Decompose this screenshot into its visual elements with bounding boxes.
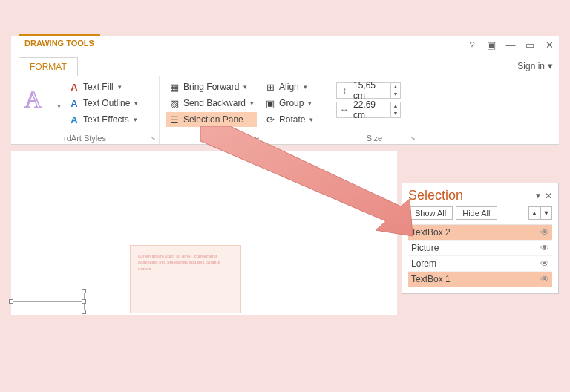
- selection-item-name: TextBox 2: [411, 227, 451, 238]
- ribbon-display-icon[interactable]: ▣: [486, 39, 497, 50]
- group-arrange: ▦ Bring Forward ▾ ▨ Send Backward ▾ ☰ Se…: [160, 76, 330, 144]
- dropdown-icon: ▾: [134, 116, 137, 123]
- width-value: 22,69 cm: [352, 99, 390, 120]
- text-outline-label: Text Outline: [83, 98, 130, 108]
- selection-item-name: Picture: [411, 243, 439, 253]
- text-outline-button[interactable]: A Text Outline ▾: [65, 96, 141, 111]
- dropdown-icon: ▾: [118, 83, 122, 91]
- dropdown-icon: ▾: [308, 99, 312, 107]
- selection-pane-button[interactable]: ☰ Selection Pane: [166, 112, 257, 127]
- pane-options-icon[interactable]: ▼: [534, 192, 542, 200]
- selection-item[interactable]: Lorem 👁: [408, 256, 552, 272]
- window-controls: ? ▣ — ▭ ✕: [467, 39, 554, 50]
- contextual-tools-label: DRAWING TOOLS: [19, 34, 100, 49]
- text-effects-icon: A: [68, 114, 80, 125]
- selection-item-name: TextBox 1: [411, 274, 451, 284]
- selection-pane: Selection ▼ ✕ Show All Hide All ▲ ▼ Text…: [402, 183, 559, 294]
- bring-forward-icon: ▦: [168, 81, 180, 93]
- send-backward-label: Send Backward: [183, 98, 246, 108]
- signin-label: Sign in: [517, 61, 545, 71]
- maximize-icon[interactable]: ▭: [525, 39, 535, 50]
- dialog-launcher-icon[interactable]: ↘: [410, 134, 416, 142]
- width-spinner[interactable]: ▲▼: [390, 102, 400, 117]
- text-outline-icon: A: [68, 97, 80, 109]
- height-input[interactable]: ↕ 15,65 cm ▲▼: [336, 82, 401, 99]
- selection-pane-label: Selection Pane: [183, 114, 243, 125]
- slide-thumbnail[interactable]: Lorem ipsum dolor sit amet, consectetur …: [130, 245, 241, 313]
- dropdown-icon: ▾: [243, 83, 247, 91]
- move-up-button[interactable]: ▲: [528, 206, 540, 220]
- width-icon: ↔: [337, 105, 352, 115]
- dropdown-icon: ▾: [309, 116, 313, 123]
- text-fill-button[interactable]: A Text Fill ▾: [65, 79, 141, 94]
- send-backward-icon: ▨: [168, 97, 180, 109]
- chevron-down-icon: ▾: [548, 60, 553, 71]
- bring-forward-button[interactable]: ▦ Bring Forward ▾: [166, 79, 257, 94]
- selection-pane-title: Selection: [408, 188, 463, 203]
- close-icon[interactable]: ✕: [544, 39, 554, 50]
- group-size: ↕ 15,65 cm ▲▼ ↔ 22,69 cm ▲▼ Size ↘: [330, 76, 419, 144]
- show-all-button[interactable]: Show All: [408, 206, 453, 220]
- ribbon: A ▾ A Text Fill ▾ A Text Outline ▾: [11, 76, 559, 145]
- selection-item[interactable]: TextBox 1 👁: [408, 272, 552, 287]
- height-value: 15,65 cm: [352, 80, 390, 101]
- send-backward-button[interactable]: ▨ Send Backward ▾: [166, 96, 257, 111]
- dialog-launcher-icon[interactable]: ↘: [150, 134, 156, 142]
- help-icon[interactable]: ?: [467, 39, 477, 50]
- gallery-expand-icon[interactable]: ▾: [57, 102, 64, 110]
- tab-format[interactable]: FORMAT: [19, 57, 78, 76]
- selection-item[interactable]: TextBox 2 👁: [408, 225, 552, 241]
- group-label-arrange: Arrange: [166, 132, 324, 143]
- pane-close-icon[interactable]: ✕: [545, 191, 552, 201]
- text-fill-label: Text Fill: [83, 82, 114, 92]
- selected-shape[interactable]: [11, 291, 85, 313]
- text-fill-icon: A: [68, 81, 80, 93]
- group-icon: ▣: [264, 97, 276, 109]
- text-effects-button[interactable]: A Text Effects ▾: [65, 112, 141, 127]
- visibility-toggle-icon[interactable]: 👁: [540, 227, 549, 238]
- dropdown-icon: ▾: [134, 99, 138, 107]
- rotate-icon: ⟳: [264, 114, 276, 125]
- group-label-wordart: rdArt Styles ↘: [17, 132, 153, 143]
- selection-list: TextBox 2 👁 Picture 👁 Lorem 👁 TextBox 1 …: [408, 224, 552, 287]
- rotate-button[interactable]: ⟳ Rotate ▾: [261, 112, 316, 127]
- align-icon: ⊞: [264, 81, 276, 93]
- minimize-icon[interactable]: —: [505, 39, 516, 50]
- placeholder-text: Lorem ipsum dolor sit amet, consectetur …: [138, 254, 220, 271]
- dropdown-icon: ▾: [250, 99, 254, 107]
- height-icon: ↕: [337, 85, 352, 96]
- wordart-gallery[interactable]: A: [17, 79, 56, 118]
- dropdown-icon: ▾: [304, 83, 307, 91]
- align-button[interactable]: ⊞ Align ▾: [261, 79, 316, 94]
- signin-link[interactable]: Sign in ▾: [517, 60, 553, 71]
- selection-item[interactable]: Picture 👁: [408, 241, 552, 256]
- text-effects-label: Text Effects: [83, 114, 129, 125]
- visibility-toggle-icon[interactable]: 👁: [540, 243, 549, 253]
- height-spinner[interactable]: ▲▼: [390, 83, 400, 98]
- app-window: DRAWING TOOLS ? ▣ — ▭ ✕ FORMAT Sign in ▾…: [11, 36, 559, 145]
- group-btn-label: Group: [279, 98, 304, 108]
- ribbon-tabs: FORMAT Sign in ▾: [11, 57, 559, 76]
- group-label-size: Size ↘: [336, 132, 413, 143]
- visibility-toggle-icon[interactable]: 👁: [540, 274, 549, 284]
- align-label: Align: [279, 82, 299, 92]
- bring-forward-label: Bring Forward: [183, 82, 239, 92]
- group-wordart-styles: A ▾ A Text Fill ▾ A Text Outline ▾: [11, 76, 160, 144]
- selection-item-name: Lorem: [411, 258, 436, 269]
- group-button[interactable]: ▣ Group ▾: [261, 96, 316, 111]
- width-input[interactable]: ↔ 22,69 cm ▲▼: [336, 102, 401, 118]
- move-down-button[interactable]: ▼: [540, 206, 552, 220]
- visibility-toggle-icon[interactable]: 👁: [540, 258, 549, 269]
- titlebar: DRAWING TOOLS ? ▣ — ▭ ✕: [11, 36, 559, 57]
- rotate-label: Rotate: [279, 114, 305, 125]
- hide-all-button[interactable]: Hide All: [456, 206, 497, 220]
- svg-text:A: A: [24, 86, 42, 113]
- selection-pane-icon: ☰: [168, 114, 180, 125]
- wordart-a-icon: A: [22, 84, 51, 114]
